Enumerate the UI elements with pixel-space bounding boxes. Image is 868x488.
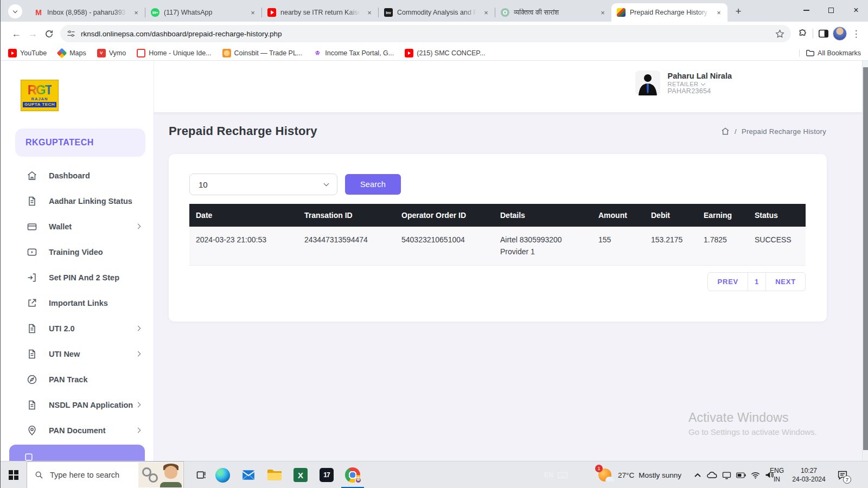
sidebar-item-wallet[interactable]: Wallet <box>1 214 154 239</box>
sidebar-item-training-video[interactable]: Training Video <box>1 239 154 265</box>
clock[interactable]: 10:27 24-03-2024 <box>790 461 828 488</box>
ime-label: EN <box>544 471 553 479</box>
chevron-down-icon[interactable] <box>700 81 705 85</box>
sidebar-item-pan-document[interactable]: PAN Document <box>1 418 154 443</box>
maximize-button[interactable] <box>819 0 844 21</box>
site-favicon <box>617 8 626 17</box>
new-tab-button[interactable]: + <box>731 4 746 19</box>
bookmark-smc[interactable]: (215) SMC CONCEP... <box>405 49 485 57</box>
weather-widget[interactable]: 1 27°C Mostly sunny <box>597 461 681 488</box>
sidebar-item-selected-partial[interactable] <box>9 445 145 461</box>
bookmark-coinsbit[interactable]: Coinsbit — Trade PL... <box>222 49 303 57</box>
tab-chatgpt[interactable]: व्यक्तित्व की सारांश × <box>495 3 611 22</box>
search-input[interactable] <box>49 470 130 480</box>
site-info-icon[interactable] <box>67 29 75 38</box>
tab-search-button[interactable] <box>8 4 22 18</box>
cell-amount: 155 <box>592 227 644 265</box>
chevron-up-icon[interactable] <box>694 472 701 478</box>
sidebar-item-aadhar-linking-status[interactable]: Aadhar Linking Status <box>1 188 154 214</box>
side-panel-button[interactable] <box>815 25 832 42</box>
sidebar-item-dashboard[interactable]: Dashboard <box>1 163 154 188</box>
bookmark-label: (215) SMC CONCEP... <box>417 49 485 57</box>
sidebar-item-nsdl-pan-application[interactable]: NSDL PAN Application <box>1 392 154 418</box>
taskbar-file-explorer[interactable] <box>261 461 288 488</box>
close-icon[interactable]: × <box>248 8 258 17</box>
vertical-scrollbar[interactable] <box>862 61 868 461</box>
taskbar-chrome-active[interactable] <box>340 461 366 488</box>
col-amount: Amount <box>592 204 644 227</box>
sidebar-item-uti-new[interactable]: UTI New <box>1 341 154 367</box>
col-transaction-id: Transation ID <box>298 204 395 227</box>
search-button[interactable]: Search <box>345 174 401 195</box>
chatgpt-icon <box>501 8 509 17</box>
coin-icon <box>222 49 231 57</box>
all-bookmarks-button[interactable]: All Bookmarks <box>799 49 861 57</box>
close-window-button[interactable]: × <box>844 0 868 21</box>
puzzle-icon <box>797 29 807 38</box>
cast-icon[interactable] <box>722 471 731 479</box>
excel-icon: X <box>293 468 308 482</box>
start-button[interactable] <box>1 461 27 488</box>
close-icon[interactable]: × <box>714 8 724 17</box>
close-icon[interactable]: × <box>365 8 374 17</box>
battery-icon[interactable] <box>736 472 746 478</box>
action-center-button[interactable]: 7 <box>832 461 853 488</box>
tab-prepaid-recharge-history[interactable]: Prepaid Recharge History × <box>611 3 727 22</box>
sidebar-item-label: Important Links <box>49 299 140 307</box>
sidebar-item-important-links[interactable]: Important Links <box>1 290 154 316</box>
tab-whatsapp[interactable]: 99+ (117) WhatsApp × <box>145 3 261 22</box>
user-menu[interactable]: Paharu Lal Nirala RETAILER PAHAR23654 <box>635 70 732 95</box>
taskbar-excel[interactable]: X <box>288 461 314 488</box>
tab-title: Commodity Analysis and Fo <box>397 9 479 16</box>
browser-menu-button[interactable]: ⋮ <box>848 25 864 42</box>
cell-status: SUCCESS <box>748 227 806 265</box>
extensions-button[interactable] <box>794 25 810 42</box>
wallet-icon <box>27 221 37 232</box>
close-icon[interactable]: × <box>598 8 608 17</box>
bookmark-star-icon[interactable] <box>775 29 784 38</box>
sidebar-item-pan-track[interactable]: PAN Track <box>1 367 154 392</box>
bookmark-income-tax[interactable]: ♔Income Tax Portal, G... <box>313 49 394 57</box>
forward-button[interactable]: → <box>24 25 41 42</box>
bookmark-youtube[interactable]: YouTube <box>8 49 47 57</box>
prev-page-button[interactable]: PREV <box>707 272 748 291</box>
taskbar-mail[interactable] <box>235 461 261 488</box>
cell-details: Airtel 8305993200 Provider 1 <box>494 227 592 265</box>
col-status: Status <box>748 204 806 227</box>
page-size-select[interactable]: 10 <box>189 174 337 195</box>
file-explorer-icon <box>267 468 282 481</box>
language-indicator[interactable]: ENG IN <box>770 461 784 488</box>
wifi-icon[interactable] <box>751 472 760 479</box>
bookmark-home-unique[interactable]: Home - Unique Ide... <box>137 49 211 57</box>
profile-avatar[interactable] <box>832 25 848 42</box>
sidebar-item-uti-20[interactable]: UTI 2.0 <box>1 316 154 341</box>
page-number-button[interactable]: 1 <box>748 272 766 291</box>
close-icon[interactable]: × <box>131 8 141 17</box>
next-page-button[interactable]: NEXT <box>765 272 806 291</box>
windows-logo-icon <box>9 470 18 480</box>
taskbar-edge[interactable] <box>209 461 235 488</box>
sidebar-item-label: PAN Document <box>49 426 136 435</box>
close-icon[interactable]: × <box>481 8 491 17</box>
reload-icon <box>44 29 54 38</box>
tab-youtube[interactable]: nearby se ITR return Kaise b × <box>262 3 378 22</box>
minimize-button[interactable] <box>794 0 819 21</box>
cell-transaction-id: 243447313594474 <box>298 227 395 265</box>
scrollbar-thumb[interactable] <box>863 67 868 450</box>
chevron-right-icon <box>136 351 141 357</box>
breadcrumb-separator: / <box>735 127 737 136</box>
tab-investing[interactable]: Inv Commodity Analysis and Fo × <box>379 3 495 22</box>
bookmark-label: Vymo <box>109 49 126 57</box>
bookmark-maps[interactable]: Maps <box>58 49 86 57</box>
onedrive-cloud-icon[interactable] <box>706 471 717 479</box>
address-bar[interactable]: rknsdl.onlinepsa.com/dashboard/prepaid-r… <box>60 25 791 42</box>
tab-gmail[interactable]: M Inbox (8,958) - paharu393@g × <box>29 3 145 22</box>
taskbar-search[interactable] <box>27 461 184 488</box>
sidebar-item-set-pin-2step[interactable]: Set PIN And 2 Step <box>1 265 154 290</box>
back-button[interactable]: ← <box>8 25 24 42</box>
taskbar-tradingview[interactable]: 17 <box>314 461 340 488</box>
home-icon[interactable] <box>721 127 730 136</box>
reload-button[interactable] <box>41 25 57 42</box>
url-text[interactable]: rknsdl.onlinepsa.com/dashboard/prepaid-r… <box>81 30 282 38</box>
bookmark-vymo[interactable]: VVymo <box>97 49 126 57</box>
